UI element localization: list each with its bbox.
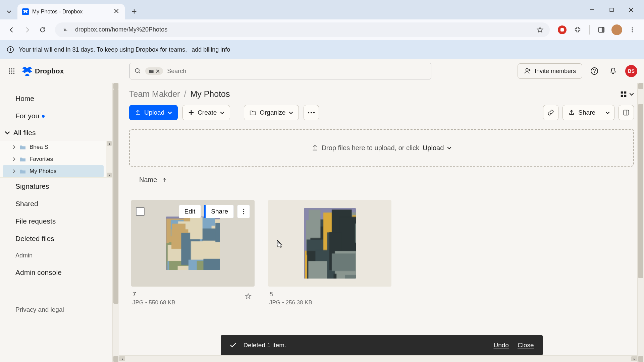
invite-label: Invite members (535, 68, 576, 75)
create-button[interactable]: Create (182, 105, 230, 120)
chevron-down-icon (605, 111, 610, 115)
sidebar-item-file-requests[interactable]: File requests (0, 213, 112, 230)
notifications-icon[interactable] (606, 64, 620, 78)
copy-link-button[interactable] (543, 105, 558, 120)
edit-button[interactable]: Edit (179, 205, 201, 218)
search-input[interactable] (167, 68, 426, 75)
breadcrumb-parent[interactable]: Team Makder (129, 89, 180, 99)
share-dropdown-button[interactable] (601, 105, 614, 120)
tree-item-bhea-s[interactable]: Bhea S (3, 141, 104, 153)
dropzone-upload-link[interactable]: Upload (423, 144, 444, 152)
share-button[interactable]: Share (204, 205, 234, 218)
invite-members-button[interactable]: Invite members (518, 63, 582, 79)
svg-rect-26 (624, 95, 626, 97)
svg-point-10 (9, 68, 10, 70)
column-header-name[interactable]: Name (129, 176, 634, 190)
file-name[interactable]: 8 (269, 291, 390, 298)
scroll-left-arrow-icon[interactable]: ◂ (119, 356, 125, 361)
scroll-up-arrow-icon[interactable]: ▴ (107, 141, 112, 146)
hover-controls: Edit Share (136, 205, 250, 218)
undo-button[interactable]: Undo (494, 342, 509, 349)
svg-point-17 (11, 73, 12, 74)
reload-button[interactable] (37, 24, 48, 36)
sidebar-item-privacy[interactable]: Privacy and legal (0, 301, 112, 318)
organize-button[interactable]: Organize (244, 105, 299, 120)
site-info-icon[interactable] (61, 25, 70, 35)
help-icon[interactable] (588, 64, 601, 78)
scroll-up-arrow-icon[interactable] (113, 83, 118, 89)
tree-item-my-photos[interactable]: My Photos (3, 165, 104, 177)
info-icon (7, 46, 14, 53)
star-button[interactable] (245, 293, 252, 300)
chrome-menu-icon[interactable] (627, 24, 638, 36)
sidebar-item-all-files[interactable]: All files (0, 125, 112, 141)
file-card[interactable]: 8 JPG • 256.38 KB (268, 200, 391, 310)
search-box[interactable] (129, 63, 431, 79)
file-thumbnail[interactable]: Edit Share (131, 200, 255, 287)
folder-icon (250, 110, 256, 116)
sidebar-item-admin-console[interactable]: Admin console (0, 264, 112, 281)
browser-tab[interactable]: My Photos - Dropbox (17, 4, 125, 19)
tab-close-icon[interactable] (114, 9, 120, 15)
profile-avatar[interactable] (611, 24, 623, 36)
checkmark-icon (229, 342, 237, 349)
close-window-button[interactable] (621, 3, 641, 16)
scroll-down-arrow-icon[interactable] (113, 356, 118, 362)
tab-search-dropdown[interactable] (4, 7, 14, 17)
details-panel-button[interactable] (619, 105, 634, 120)
minimize-button[interactable] (582, 3, 602, 16)
scrollbar-thumb[interactable] (638, 104, 643, 278)
extensions-icon[interactable] (572, 24, 583, 36)
extension-red-icon[interactable] (556, 24, 568, 36)
forward-button[interactable] (21, 24, 33, 36)
svg-point-20 (526, 69, 528, 71)
back-button[interactable] (6, 24, 17, 36)
chevron-down-icon (447, 146, 451, 150)
scrollbar-thumb[interactable] (113, 89, 118, 304)
select-checkbox[interactable] (136, 207, 145, 216)
dropzone[interactable]: Drop files here to upload, or click Uplo… (129, 129, 634, 167)
address-bar[interactable]: dropbox.com/home/My%20Photos (55, 22, 550, 37)
more-button[interactable] (237, 205, 250, 218)
dropbox-logo[interactable]: Dropbox (22, 66, 64, 76)
scroll-up-arrow-icon[interactable] (638, 83, 643, 89)
file-thumbnail[interactable] (268, 200, 391, 287)
chevron-right-icon (12, 145, 16, 149)
browser-titlebar: My Photos - Dropbox (0, 0, 644, 19)
svg-point-32 (243, 211, 244, 212)
sidebar-item-home[interactable]: Home (0, 90, 112, 107)
chevron-right-icon (12, 157, 16, 161)
user-avatar[interactable]: BS (625, 65, 637, 77)
toast-close-button[interactable]: Close (518, 342, 534, 349)
share-button-group: Share (562, 105, 614, 120)
sidebar-item-signatures[interactable]: Signatures (0, 178, 112, 195)
scroll-down-arrow-icon[interactable]: ▾ (107, 173, 112, 177)
chip-close-icon[interactable] (156, 69, 160, 73)
share-button[interactable]: Share (562, 105, 601, 120)
search-folder-chip[interactable] (145, 67, 163, 75)
maximize-button[interactable] (602, 3, 621, 16)
folder-tree: Bhea S Favorites My Photos ▴ ▾ (0, 141, 112, 178)
sidebar-item-shared[interactable]: Shared (0, 195, 112, 213)
more-actions-button[interactable] (304, 105, 319, 120)
bookmark-star-icon[interactable] (536, 26, 544, 34)
horizontal-scrollbar[interactable]: ◂ ▸ (119, 355, 637, 362)
sidebar-scrollbar[interactable] (112, 83, 119, 362)
upload-button[interactable]: Upload (129, 105, 178, 120)
svg-point-19 (136, 69, 140, 73)
main-scrollbar[interactable] (637, 83, 644, 362)
scroll-right-arrow-icon[interactable]: ▸ (631, 356, 637, 361)
app-launcher-icon[interactable] (7, 66, 17, 76)
sidebar-item-for-you[interactable]: For you (0, 107, 112, 125)
tree-scrollbar[interactable]: ▴ ▾ (106, 141, 112, 177)
search-icon (135, 68, 141, 74)
view-toggle[interactable] (620, 90, 634, 98)
scroll-down-arrow-icon[interactable] (638, 356, 643, 362)
add-billing-link[interactable]: add billing info (192, 46, 230, 53)
new-tab-button[interactable] (127, 5, 141, 18)
file-card[interactable]: Edit Share 7 JPG • 550.68 KB (131, 200, 255, 310)
tree-item-favorites[interactable]: Favorites (3, 153, 104, 165)
file-name[interactable]: 7 (132, 291, 253, 298)
side-panel-icon[interactable] (596, 24, 607, 36)
sidebar-item-deleted-files[interactable]: Deleted files (0, 230, 112, 247)
